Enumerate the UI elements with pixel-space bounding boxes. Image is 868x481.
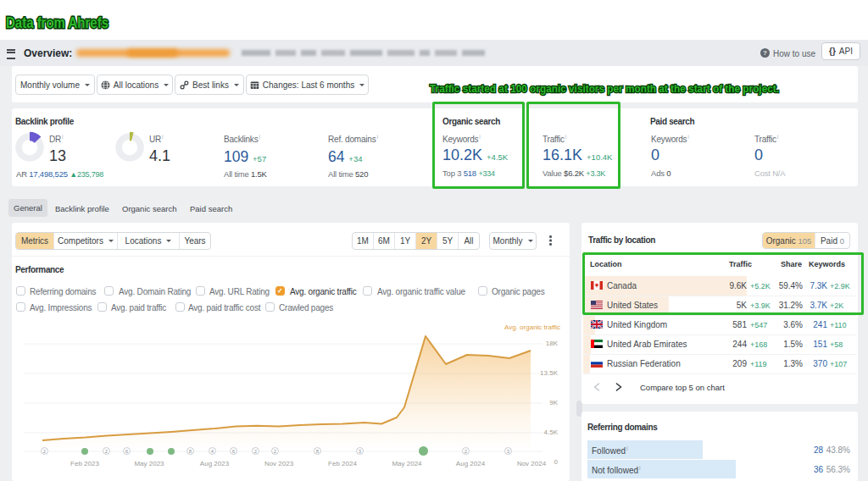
svg-text:Data from Ahrefs: Data from Ahrefs — [6, 14, 108, 31]
svg-text:Traffic started at 100 organic: Traffic started at 100 organic visitors … — [430, 83, 779, 95]
